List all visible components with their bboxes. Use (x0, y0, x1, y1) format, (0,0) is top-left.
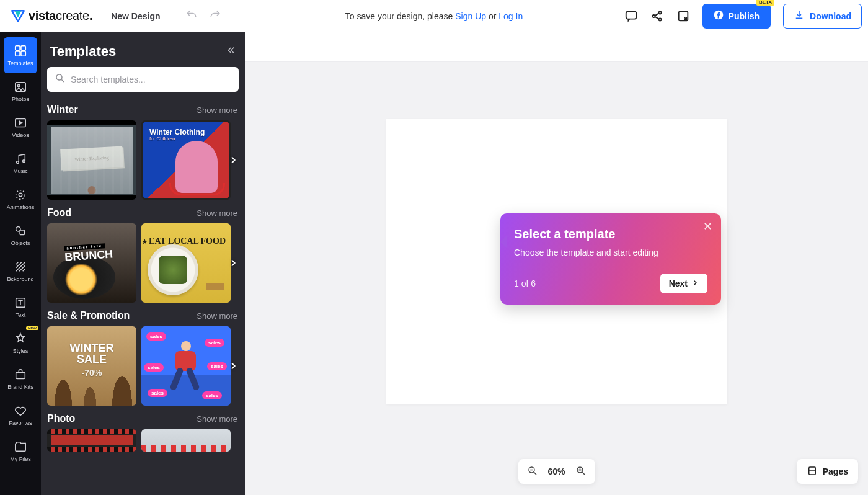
category-title: Sale & Promotion (47, 310, 130, 321)
brand-logo[interactable]: vistacreate. (6, 8, 96, 24)
template-thumb[interactable]: EAT LOCAL FOOD (141, 223, 231, 303)
new-badge: NEW (26, 326, 38, 330)
rail-animations[interactable]: Animations (4, 181, 37, 217)
resize-icon[interactable] (676, 9, 690, 23)
svg-point-3 (658, 18, 661, 20)
category-title: Food (47, 207, 71, 218)
template-thumb[interactable]: Winter Clothingfor Children (141, 120, 231, 200)
brand-text: vistacreate. (29, 9, 92, 23)
logo-icon (10, 8, 26, 24)
close-icon[interactable]: ✕ (703, 221, 712, 232)
category-title: Photo (47, 413, 75, 424)
category-food: Food Show more another lateBRUNCH EAT LO… (47, 205, 239, 303)
beta-badge: BETA (756, 0, 774, 6)
rail-favorites[interactable]: Favorites (4, 397, 37, 433)
svg-point-13 (17, 161, 19, 164)
rail-styles[interactable]: NEW Styles (4, 325, 37, 361)
show-more-link[interactable]: Show more (197, 105, 237, 115)
row-next-icon[interactable] (225, 152, 241, 168)
svg-rect-18 (20, 230, 24, 234)
history-controls (185, 9, 221, 24)
category-winter: Winter Show more Winter Exploring Winter… (47, 102, 239, 200)
category-title: Winter (47, 104, 78, 115)
search-box[interactable] (47, 67, 239, 92)
rail-videos[interactable]: Videos (4, 109, 37, 145)
rail-background[interactable]: Bckground (4, 253, 37, 289)
popover-step: 1 of 6 (514, 279, 536, 288)
show-more-link[interactable]: Show more (197, 414, 237, 424)
show-more-link[interactable]: Show more (197, 311, 237, 321)
pages-button[interactable]: Pages (797, 459, 858, 484)
pages-icon (807, 465, 818, 478)
rail-brandkits[interactable]: Brand Kits (4, 361, 37, 397)
download-button[interactable]: Download (783, 4, 862, 29)
svg-point-16 (19, 193, 22, 197)
popover-title: Select a template (514, 227, 707, 241)
search-icon (55, 73, 66, 86)
category-photo: Photo Show more (47, 411, 239, 452)
comments-icon[interactable] (624, 9, 638, 23)
thumb-text: EAT LOCAL FOOD (142, 237, 226, 246)
undo-icon[interactable] (185, 9, 198, 24)
share-icon[interactable] (650, 9, 664, 23)
template-thumb[interactable]: WINTERSALE-70% (47, 326, 136, 406)
onboarding-popover: ✕ Select a template Choose the template … (500, 213, 721, 305)
template-thumb[interactable]: sales sales sales sales sales sales (141, 326, 231, 406)
publish-button[interactable]: Publish (702, 4, 771, 29)
rail-objects[interactable]: Objects (4, 217, 37, 253)
templates-panel: Templates Winter Show more Winter Explor… (41, 32, 245, 495)
template-thumb[interactable] (47, 429, 136, 452)
category-sale: Sale & Promotion Show more WINTERSALE-70… (47, 308, 239, 406)
collapse-icon[interactable] (225, 45, 236, 58)
svg-point-11 (17, 84, 20, 87)
row-next-icon[interactable] (225, 255, 241, 271)
svg-rect-9 (21, 51, 25, 56)
rail-templates[interactable]: Templates (4, 37, 37, 73)
svg-rect-0 (626, 11, 636, 19)
tool-rail: Templates Photos Videos Music Animations… (0, 32, 41, 495)
download-icon (794, 9, 805, 22)
artboard-toolbar (245, 32, 868, 62)
thumb-text: Winter Clothingfor Children (149, 128, 205, 142)
zoom-controls: 60% (518, 459, 595, 484)
panel-title: Templates (50, 43, 116, 60)
svg-rect-7 (21, 46, 25, 50)
thumb-text: Winter Exploring (60, 146, 123, 170)
rail-myfiles[interactable]: My Files (4, 433, 37, 469)
zoom-level: 60% (547, 466, 565, 476)
svg-point-14 (23, 160, 25, 163)
design-title[interactable]: New Design (111, 11, 160, 21)
svg-point-1 (652, 14, 655, 17)
publish-wrap: BETA Publish (702, 4, 771, 29)
svg-point-15 (16, 190, 25, 200)
facebook-icon (714, 10, 724, 22)
search-input[interactable] (71, 74, 231, 84)
popover-body: Choose the template and start editing (514, 248, 707, 257)
template-thumb[interactable]: another lateBRUNCH (47, 223, 136, 303)
rail-text[interactable]: Text (4, 289, 37, 325)
thumb-text: another lateBRUNCH (64, 243, 113, 264)
zoom-in-icon[interactable] (575, 465, 587, 478)
top-bar: vistacreate. New Design To save your des… (0, 0, 868, 32)
zoom-out-icon[interactable] (526, 465, 538, 478)
row-next-icon[interactable] (225, 358, 241, 374)
popover-next-button[interactable]: Next (660, 274, 707, 293)
svg-point-21 (56, 74, 62, 80)
svg-rect-6 (16, 46, 20, 50)
signup-link[interactable]: Sign Up (455, 11, 486, 21)
template-thumb[interactable]: Winter Exploring (47, 120, 136, 200)
svg-point-2 (658, 11, 661, 14)
svg-rect-8 (16, 51, 20, 56)
rail-photos[interactable]: Photos (4, 73, 37, 109)
canvas-area: ✕ Select a template Choose the template … (245, 32, 868, 495)
login-link[interactable]: Log In (498, 11, 523, 21)
chevron-right-icon (691, 279, 699, 288)
svg-rect-20 (16, 372, 25, 378)
rail-music[interactable]: Music (4, 145, 37, 181)
template-thumb[interactable] (141, 429, 231, 452)
redo-icon[interactable] (209, 9, 221, 24)
thumb-text: WINTERSALE-70% (47, 342, 136, 377)
show-more-link[interactable]: Show more (197, 208, 237, 218)
